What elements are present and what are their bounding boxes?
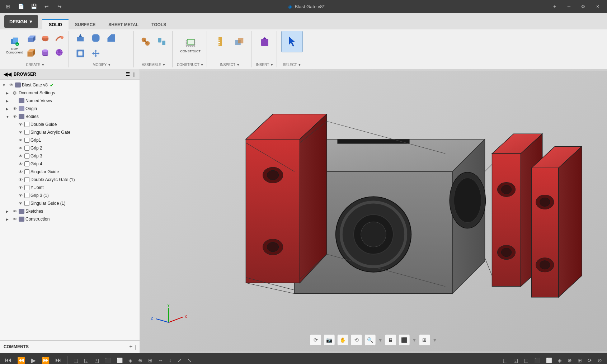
tab-solid[interactable]: SOLID [42, 19, 69, 29]
tree-item-double-acrylic-gate[interactable]: ▶ 👁 Double Acrylic Gate (1) [0, 176, 140, 184]
undo-button[interactable]: ↩ [42, 1, 52, 11]
eye-double-guide[interactable]: 👁 [18, 122, 23, 127]
frame-btn-5[interactable]: ⬜ [115, 357, 124, 364]
status-btn-h[interactable]: ⊞ [576, 357, 583, 364]
status-btn-j[interactable]: ⊙ [596, 357, 603, 364]
frame-btn-10[interactable]: ↕ [168, 357, 173, 364]
orbit-button[interactable]: ⟳ [310, 334, 321, 346]
eye-grip1[interactable]: 👁 [18, 137, 23, 143]
eye-singular-guide-1[interactable]: 👁 [18, 200, 23, 206]
play-button[interactable]: ▶ [29, 356, 37, 364]
status-btn-g[interactable]: ⊕ [566, 357, 573, 364]
pan-button[interactable]: ✋ [337, 334, 349, 346]
eye-root[interactable]: 👁 [8, 82, 14, 88]
eye-singular-guide[interactable]: 👁 [18, 169, 23, 175]
eye-singular-acrylic-gate[interactable]: 👁 [18, 129, 23, 135]
tree-item-grip4[interactable]: ▶ 👁 Grip 4 [0, 160, 140, 168]
tree-item-singular-acrylic-gate[interactable]: ▶ 👁 Singular Acrylic Gate [0, 128, 140, 136]
status-btn-b[interactable]: ◱ [512, 357, 519, 364]
tree-item-construction[interactable]: ▶ 👁 Construction [0, 215, 140, 223]
browser-menu-button[interactable]: ☰ [126, 72, 130, 77]
tree-item-root[interactable]: ▼ 👁 Blast Gate v8 ✔ [0, 81, 140, 89]
eye-double-acrylic-gate[interactable]: 👁 [18, 177, 23, 183]
shell-button[interactable] [73, 46, 88, 61]
new-component-button[interactable]: + New Component [5, 31, 24, 60]
tree-item-doc-settings[interactable]: ▶ ⚙ Document Settings [0, 89, 140, 97]
camera-button[interactable]: 📷 [324, 334, 335, 346]
select-button[interactable] [281, 31, 303, 52]
status-btn-a[interactable]: ⬚ [502, 357, 509, 364]
play-forward-button[interactable]: ⏩ [40, 356, 51, 364]
play-back-button[interactable]: ⏪ [16, 356, 27, 364]
status-btn-e[interactable]: ⬜ [545, 357, 554, 364]
display-button[interactable]: 🖥 [385, 334, 396, 346]
status-btn-i[interactable]: ⟳ [586, 357, 593, 364]
tree-item-grip3[interactable]: ▶ 👁 Grip 3 [0, 152, 140, 160]
frame-btn-12[interactable]: ⤡ [186, 357, 193, 364]
measure-button[interactable] [211, 31, 229, 52]
revolve-button[interactable] [39, 32, 52, 44]
settings-button[interactable]: ⚙ [577, 0, 590, 13]
frame-btn-8[interactable]: ⊞ [147, 357, 154, 364]
tree-item-grip2[interactable]: ▶ 👁 Grip 2 [0, 144, 140, 152]
frame-btn-9[interactable]: ↔ [157, 357, 165, 364]
tab-surface[interactable]: SURFACE [69, 19, 102, 29]
tree-item-grip1[interactable]: ▶ 👁 Grip1 [0, 136, 140, 144]
play-end-button[interactable]: ⏭ [54, 356, 63, 364]
chamfer-button[interactable] [104, 31, 118, 45]
zoom-button[interactable]: 🔍 [364, 334, 376, 346]
eye-origin[interactable]: 👁 [12, 106, 18, 112]
frame-btn-3[interactable]: ◰ [93, 357, 100, 364]
eye-y-joint[interactable]: 👁 [18, 185, 23, 190]
play-start-button[interactable]: ⏮ [4, 356, 13, 364]
viewport[interactable]: X Y Z ⟳ 📷 ✋ ⟲ 🔍 ▼ 🖥 ⬛ ▼ ⊞ ▼ [140, 69, 607, 353]
save-button[interactable]: 💾 [29, 1, 39, 11]
eye-bodies[interactable]: 👁 [12, 114, 18, 119]
cylinder-button[interactable] [39, 46, 52, 59]
sphere-button[interactable] [53, 46, 66, 59]
new-tab-button[interactable]: + [548, 0, 561, 13]
back-button[interactable]: ← [563, 0, 575, 13]
sweep-button[interactable] [53, 32, 66, 44]
browser-resize[interactable]: | [132, 72, 136, 77]
joint-button[interactable] [138, 31, 153, 52]
apps-button[interactable]: ⊞ [3, 1, 13, 11]
frame-btn-11[interactable]: ⤢ [176, 357, 183, 364]
extrude-button[interactable] [25, 32, 38, 44]
eye-construction[interactable]: 👁 [12, 216, 18, 222]
tree-item-sketches[interactable]: ▶ 👁 Sketches [0, 207, 140, 215]
eye-grip4[interactable]: 👁 [18, 161, 23, 167]
tab-tools[interactable]: TOOLS [145, 19, 173, 29]
construct-main-button[interactable]: CONSTRUCT [181, 31, 200, 60]
tree-item-grip3-1[interactable]: ▶ 👁 Grip 3 (1) [0, 192, 140, 199]
tree-item-y-joint[interactable]: ▶ 👁 Y Joint [0, 184, 140, 192]
move-button[interactable] [89, 46, 103, 61]
insert-mesh-button[interactable] [256, 31, 274, 52]
frame-btn-4[interactable]: ⬛ [103, 357, 112, 364]
new-button[interactable]: 📄 [16, 1, 26, 11]
eye-grip3-1[interactable]: 👁 [18, 193, 23, 198]
frame-btn-1[interactable]: ⬚ [72, 357, 80, 364]
design-mode-button[interactable]: DESIGN ▼ [4, 15, 38, 28]
tree-item-double-guide[interactable]: ▶ 👁 Double Guide [0, 120, 140, 128]
tree-item-singular-guide-1[interactable]: ▶ 👁 Singular Guide (1) [0, 199, 140, 207]
browser-resize-handle[interactable]: | [135, 344, 136, 350]
close-button[interactable]: × [591, 0, 604, 13]
frame-btn-2[interactable]: ◱ [83, 357, 90, 364]
frame-btn-7[interactable]: ⊕ [137, 357, 144, 364]
frame-btn-6[interactable]: ◈ [127, 357, 134, 364]
status-btn-f[interactable]: ◈ [556, 357, 563, 364]
layout-button[interactable]: ⊞ [419, 334, 430, 346]
status-btn-d[interactable]: ⬛ [533, 357, 542, 364]
tree-item-named-views[interactable]: ▶ 👁 Named Views [0, 97, 140, 105]
press-pull-button[interactable] [73, 31, 88, 45]
tree-item-origin[interactable]: ▶ 👁 Origin [0, 105, 140, 113]
interference-button[interactable] [230, 31, 248, 52]
look-button[interactable]: ⟲ [351, 334, 362, 346]
eye-grip3[interactable]: 👁 [18, 153, 23, 159]
tree-item-bodies[interactable]: ▼ 👁 Bodies [0, 113, 140, 120]
redo-button[interactable]: ↪ [55, 1, 65, 11]
status-btn-c[interactable]: ◰ [522, 357, 530, 364]
grid-button[interactable]: ⬛ [399, 334, 410, 346]
tab-sheetmetal[interactable]: SHEET METAL [102, 19, 145, 29]
